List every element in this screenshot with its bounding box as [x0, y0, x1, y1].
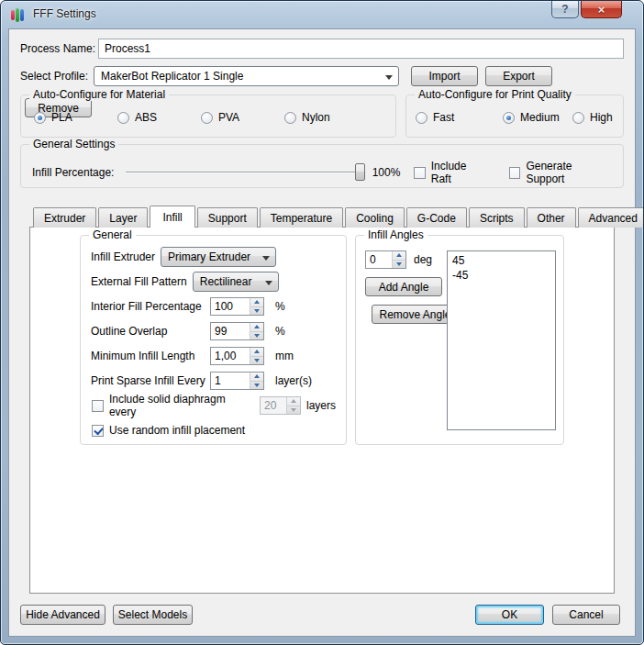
outline-overlap-value: 99 — [211, 323, 250, 339]
radio-medium[interactable]: Medium — [503, 111, 572, 124]
checkbox-icon — [509, 167, 521, 179]
radio-medium-label: Medium — [520, 111, 560, 124]
external-fill-pattern-combobox[interactable]: Rectilinear — [193, 272, 279, 292]
spinner-up-icon — [254, 300, 260, 304]
diaphragm-value: 20 — [261, 397, 286, 414]
spin-up-button[interactable] — [250, 373, 263, 381]
spin-down-button[interactable] — [250, 356, 263, 365]
profile-combobox[interactable]: MakerBot Replicator 1 Single — [94, 66, 399, 86]
tab-infill[interactable]: Infill — [150, 206, 194, 228]
import-button[interactable]: Import — [411, 66, 478, 86]
random-placement-checkbox[interactable]: Use random infill placement — [92, 424, 245, 437]
angle-spinbox[interactable]: 0 — [365, 250, 406, 269]
infill-percentage-value: 100% — [372, 166, 406, 179]
radio-pva-label: PVA — [218, 111, 239, 124]
sparse-infill-unit: layer(s) — [275, 374, 312, 387]
tab-support[interactable]: Support — [197, 207, 258, 228]
generate-support-checkbox[interactable]: Generate Support — [509, 160, 612, 185]
diaphragm-checkbox[interactable]: Include solid diaphragm every — [92, 393, 254, 418]
include-raft-label: Include Raft — [431, 160, 489, 185]
spin-down-button[interactable] — [393, 260, 405, 269]
remove-angle-button[interactable]: Remove Angle — [372, 305, 459, 324]
general-settings-group: General Settings Infill Percentage: 100%… — [20, 144, 624, 188]
process-name-input[interactable] — [98, 39, 624, 59]
infill-tab-panel: General Infill Extruder Primary Extruder… — [29, 227, 615, 594]
radio-icon — [117, 112, 129, 124]
infill-extruder-combobox[interactable]: Primary Extruder — [161, 247, 276, 267]
spinner-down-icon — [291, 408, 296, 412]
angles-listbox[interactable]: 45 -45 — [447, 250, 556, 430]
tab-gcode[interactable]: G-Code — [406, 207, 467, 228]
spinner-down-icon — [254, 384, 260, 387]
spinner-down-icon — [254, 359, 260, 362]
tab-temperature[interactable]: Temperature — [260, 207, 343, 228]
spinner-up-icon — [254, 325, 260, 328]
sparse-infill-value: 1 — [211, 373, 250, 389]
general-settings-title: General Settings — [29, 138, 118, 150]
generate-support-label: Generate Support — [526, 160, 612, 185]
radio-abs[interactable]: ABS — [117, 111, 201, 124]
spinner-down-icon — [254, 334, 260, 338]
sparse-infill-spinbox[interactable]: 1 — [210, 372, 264, 390]
infill-general-group: General Infill Extruder Primary Extruder… — [80, 235, 347, 445]
infill-general-title: General — [89, 228, 136, 241]
radio-pla[interactable]: PLA — [34, 111, 117, 124]
radio-pla-label: PLA — [51, 111, 72, 124]
tab-layer[interactable]: Layer — [98, 207, 148, 228]
dialog-body: Process Name: Select Profile: MakerBot R… — [8, 28, 636, 637]
spin-up-button[interactable] — [250, 298, 263, 306]
material-group: Auto-Configure for Material PLA ABS PVA — [20, 95, 396, 138]
radio-nylon[interactable]: Nylon — [284, 111, 368, 124]
radio-icon — [201, 112, 213, 124]
tab-scripts[interactable]: Scripts — [469, 207, 525, 228]
spinner-up-icon — [254, 350, 260, 353]
radio-pva[interactable]: PVA — [201, 111, 284, 124]
angle-list-item[interactable]: 45 — [452, 253, 550, 268]
spinner-up-icon — [396, 253, 402, 257]
spin-down-button[interactable] — [250, 331, 263, 340]
outline-overlap-spinbox[interactable]: 99 — [210, 322, 264, 340]
checkbox-icon — [92, 425, 104, 437]
tab-other[interactable]: Other — [527, 207, 576, 228]
angle-list-item[interactable]: -45 — [452, 268, 550, 283]
spin-up-button[interactable] — [250, 323, 263, 331]
radio-fast[interactable]: Fast — [416, 111, 503, 124]
add-angle-button[interactable]: Add Angle — [365, 277, 442, 296]
material-group-title: Auto-Configure for Material — [29, 88, 169, 101]
infill-angles-group: Infill Angles 0 deg Add Angle Remove Ang… — [355, 235, 564, 445]
infill-angles-title: Infill Angles — [364, 228, 427, 241]
tab-extruder[interactable]: Extruder — [33, 207, 96, 228]
radio-icon — [503, 112, 515, 124]
diaphragm-label: Include solid diaphragm every — [109, 393, 254, 418]
include-raft-checkbox[interactable]: Include Raft — [414, 160, 489, 185]
spin-up-button[interactable] — [250, 348, 263, 356]
radio-icon — [416, 112, 427, 124]
ok-button[interactable]: OK — [475, 605, 544, 625]
tab-advanced[interactable]: Advanced — [578, 207, 644, 228]
infill-percentage-slider[interactable] — [126, 163, 364, 182]
spinner-up-icon — [254, 374, 260, 378]
cancel-button[interactable]: Cancel — [552, 605, 620, 625]
radio-high[interactable]: High — [572, 111, 613, 124]
interior-fill-label: Interior Fill Percentage — [91, 300, 205, 313]
export-button[interactable]: Export — [485, 66, 552, 86]
tab-cooling[interactable]: Cooling — [345, 207, 405, 228]
interior-fill-spinbox[interactable]: 100 — [210, 297, 264, 316]
close-button[interactable]: × — [581, 1, 622, 18]
spin-down-button[interactable] — [250, 306, 263, 316]
spinner-down-icon — [396, 262, 402, 266]
interior-fill-value: 100 — [211, 298, 250, 315]
min-infill-length-spinbox[interactable]: 1,00 — [210, 347, 264, 365]
spin-up-button[interactable] — [393, 251, 405, 260]
infill-extruder-label: Infill Extruder — [91, 250, 155, 263]
help-button[interactable]: ? — [551, 1, 579, 18]
profile-combobox-value: MakerBot Replicator 1 Single — [101, 70, 243, 83]
radio-icon — [34, 112, 46, 124]
random-placement-label: Use random infill placement — [109, 424, 245, 437]
slider-handle[interactable] — [355, 163, 365, 181]
hide-advanced-button[interactable]: Hide Advanced — [20, 605, 105, 625]
select-models-button[interactable]: Select Models — [113, 605, 193, 625]
spin-down-button[interactable] — [250, 381, 263, 390]
checkbox-icon — [414, 167, 426, 179]
titlebar[interactable]: FFF Settings ? × — [1, 1, 643, 28]
